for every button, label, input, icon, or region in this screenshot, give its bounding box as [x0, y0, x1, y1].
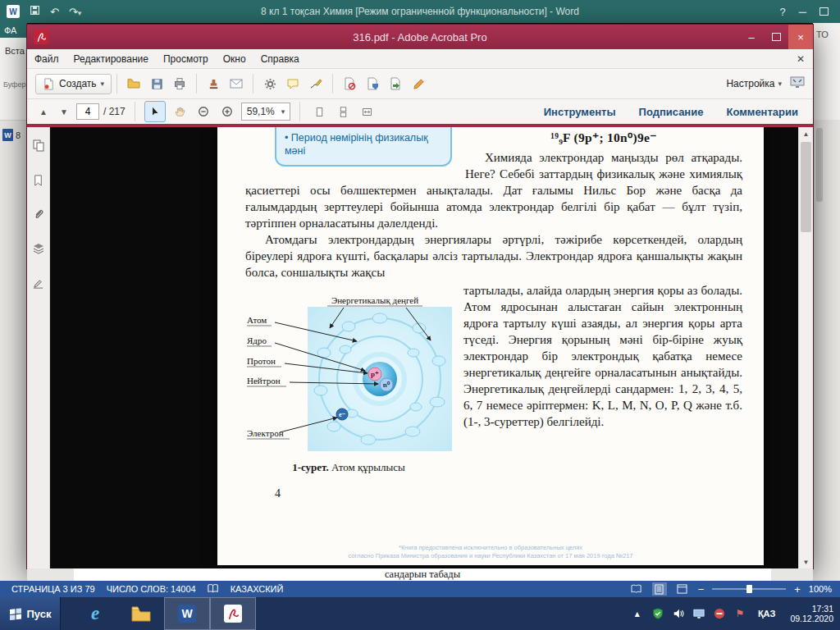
page-number-input[interactable]	[76, 103, 99, 120]
open-folder-icon[interactable]	[123, 73, 144, 94]
internet-explorer-icon[interactable]: e	[72, 597, 118, 630]
menu-view[interactable]: Просмотр	[156, 53, 216, 65]
fit-width-view-icon[interactable]	[357, 102, 377, 121]
atom-figure: p⁺ n⁰ e⁻ Энергетикалық деңгей Ато	[245, 295, 452, 474]
language-indicator[interactable]: ҚАЗ	[758, 609, 776, 619]
redo-icon[interactable]: ↷▾	[69, 6, 81, 18]
document-canvas[interactable]: • Период нөмірінің физикалық мәні ¹⁹₉F (…	[50, 127, 798, 568]
zoom-slider-thumb[interactable]	[746, 585, 752, 593]
menu-window[interactable]: Окно	[216, 53, 253, 65]
comment-icon[interactable]	[282, 73, 304, 94]
neutron-callout-label: Нейтрон	[247, 376, 281, 386]
comments-panel-button[interactable]: Комментарии	[726, 106, 798, 118]
neutron-label: n⁰	[383, 381, 390, 389]
menu-edit[interactable]: Редактирование	[66, 53, 156, 65]
file-explorer-icon[interactable]	[118, 597, 164, 630]
save-file-icon[interactable]	[146, 73, 167, 94]
tools-panel-button[interactable]: Инструменты	[544, 106, 616, 118]
scroll-down-icon[interactable]: ▼	[799, 555, 813, 568]
figure-caption: 1-сурет. Атом құрылысы	[245, 461, 452, 474]
zoom-slider[interactable]	[712, 588, 786, 590]
document-close-icon[interactable]: ✕	[797, 53, 805, 65]
page-count-status[interactable]: СТРАНИЦА 3 ИЗ 79	[11, 584, 95, 594]
scrollbar-thumb[interactable]	[801, 142, 811, 232]
gear-icon[interactable]	[259, 73, 281, 94]
restrict-doc-icon[interactable]	[339, 73, 360, 94]
secure-doc-icon[interactable]	[362, 73, 383, 94]
volume-icon[interactable]	[672, 607, 685, 620]
zoom-out-icon[interactable]	[194, 102, 213, 121]
acrobat-maximize-button[interactable]	[764, 25, 788, 49]
acrobat-close-button[interactable]: ×	[788, 25, 813, 49]
web-layout-icon[interactable]	[675, 582, 690, 596]
display-icon[interactable]	[692, 607, 705, 620]
settings-button[interactable]: Настройка ▾	[726, 78, 782, 89]
edit-pen-icon[interactable]	[408, 73, 429, 94]
acrobat-scrollbar[interactable]: ▲ ▼	[798, 127, 813, 568]
restore-icon[interactable]	[819, 7, 829, 16]
word-clipboard-group-label: Буфер	[3, 80, 27, 89]
electron-callout-label: Электрон	[247, 428, 284, 438]
sign-icon[interactable]	[305, 73, 326, 94]
help-icon[interactable]: ?	[780, 6, 786, 18]
previous-page-icon[interactable]: ▲	[35, 103, 52, 120]
undo-icon[interactable]: ↶	[50, 6, 59, 18]
print-icon[interactable]	[169, 73, 190, 94]
word-scrollbar-thumb[interactable]	[816, 128, 823, 202]
print-layout-icon[interactable]	[652, 582, 667, 596]
save-icon[interactable]	[30, 4, 40, 19]
atom-label: Атом	[247, 315, 267, 325]
minimize-icon[interactable]: ─	[799, 6, 806, 18]
proton-callout-label: Протон	[247, 356, 276, 366]
stamp-icon[interactable]	[203, 73, 224, 94]
flag-icon[interactable]: ⚑	[733, 607, 746, 620]
zoom-in-icon[interactable]	[217, 102, 237, 121]
read-mode-icon[interactable]	[629, 582, 644, 596]
word-right-edge: ТО	[813, 23, 840, 581]
create-doc-icon	[43, 78, 55, 90]
word-file-tab[interactable]: ФА	[0, 23, 27, 38]
electron-label: e⁻	[339, 411, 345, 418]
fullscreen-monitor-icon[interactable]	[790, 76, 805, 92]
single-page-view-icon[interactable]	[309, 102, 329, 121]
word-paste-button[interactable]: Вста	[5, 46, 27, 56]
sign-panel-button[interactable]: Подписание	[639, 106, 704, 118]
taskbar-word-button[interactable]: W	[164, 597, 210, 630]
page-thumbnails-icon[interactable]	[30, 137, 47, 153]
word-document-badge[interactable]: W 8	[2, 129, 21, 141]
next-page-icon[interactable]: ▼	[56, 103, 72, 120]
hand-tool-icon[interactable]	[170, 102, 189, 121]
select-tool-icon[interactable]	[144, 101, 166, 122]
start-button[interactable]: Пуск	[0, 597, 61, 630]
language-status[interactable]: КАЗАХСКИЙ	[231, 584, 284, 594]
hidden-icons-arrow[interactable]: ▴	[631, 607, 644, 620]
bookmarks-icon[interactable]	[30, 171, 47, 188]
create-button[interactable]: Создать ▾	[35, 74, 112, 94]
security-alert-icon[interactable]	[713, 607, 726, 620]
windows-flag-icon	[9, 607, 22, 620]
energy-level-label: Энергетикалық деңгей	[331, 295, 418, 305]
acrobat-minimize-button[interactable]: –	[739, 25, 764, 49]
zoom-percentage[interactable]: 100%	[809, 584, 832, 594]
layers-icon[interactable]	[30, 240, 47, 257]
scroll-up-icon[interactable]: ▲	[799, 127, 813, 140]
menu-file[interactable]: Файл	[27, 53, 66, 65]
copyright-footnote: *Книга предоставлена исключительно в обр…	[217, 544, 764, 560]
scrolling-view-icon[interactable]	[333, 102, 353, 121]
word-count-status[interactable]: ЧИСЛО СЛОВ: 14004	[107, 584, 196, 594]
taskbar-clock[interactable]: 17:31 09.12.2020	[790, 604, 833, 623]
taskbar-acrobat-button[interactable]	[210, 597, 256, 630]
signatures-icon[interactable]	[30, 275, 47, 291]
paragraph-2: Атомдағы электрондардың энергиялары әртү…	[245, 231, 742, 281]
menu-help[interactable]: Справка	[253, 53, 307, 65]
desktop: 8 кл 1 тоқсан Химия [Режим ограниченной …	[0, 0, 840, 630]
mail-icon[interactable]	[226, 73, 247, 94]
zoom-in-plus-icon[interactable]: +	[794, 583, 801, 596]
zoom-level-select[interactable]: 59,1% ▾	[241, 103, 291, 121]
zoom-out-minus-icon[interactable]: −	[698, 583, 705, 596]
attachments-icon[interactable]	[30, 206, 47, 222]
antivirus-shield-icon[interactable]	[651, 607, 664, 620]
spellcheck-icon[interactable]	[208, 583, 219, 596]
export-doc-icon[interactable]	[385, 73, 406, 94]
acrobat-titlebar[interactable]: 316.pdf - Adobe Acrobat Pro – ×	[27, 25, 813, 49]
